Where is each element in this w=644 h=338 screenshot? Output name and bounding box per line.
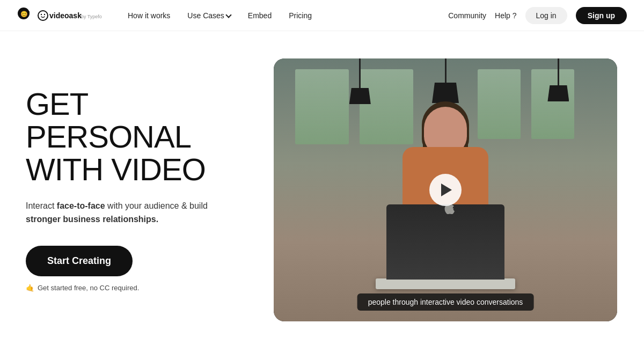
- ceiling-lamp-3: [547, 58, 569, 101]
- main-content: GETPERSONALWITH VIDEO Interact face-to-f…: [0, 31, 644, 338]
- play-icon: [441, 183, 452, 196]
- video-section: people through interactive video convers…: [268, 58, 623, 321]
- svg-text:😊: 😊: [20, 10, 28, 18]
- nav-pricing[interactable]: Pricing: [289, 11, 312, 20]
- hero-subtitle: Interact face-to-face with your audience…: [26, 199, 208, 226]
- hero-title: GETPERSONALWITH VIDEO: [26, 88, 247, 186]
- ceiling-lamp-2: [432, 58, 459, 103]
- logo[interactable]: 😊 videoask by Typeform: [17, 7, 102, 24]
- svg-point-3: [38, 11, 48, 20]
- svg-point-4: [41, 13, 42, 14]
- videoask-logo-svg: videoask by Typeform: [38, 9, 102, 22]
- hero-subtitle-bold1: face-to-face: [57, 201, 105, 210]
- signup-button[interactable]: Sign up: [576, 7, 627, 24]
- hero-section: GETPERSONALWITH VIDEO Interact face-to-f…: [21, 88, 247, 292]
- svg-text:by Typeform: by Typeform: [81, 14, 102, 19]
- logo-icon: 😊: [17, 7, 34, 24]
- nav-right: Community Help ? Log in Sign up: [448, 7, 627, 24]
- nav-links: How it works Use Cases Embed Pricing: [128, 11, 448, 20]
- video-subtitle: people through interactive video convers…: [357, 293, 534, 311]
- start-creating-button[interactable]: Start Creating: [26, 246, 133, 276]
- free-note: 🤙 Get started free, no CC required.: [26, 284, 247, 292]
- play-button[interactable]: [429, 174, 462, 206]
- nav-embed[interactable]: Embed: [248, 11, 272, 20]
- use-cases-chevron-icon: [225, 12, 231, 18]
- nav-how-it-works[interactable]: How it works: [128, 11, 170, 20]
- hand-icon: 🤙: [26, 284, 34, 292]
- svg-point-5: [44, 13, 45, 14]
- nav-use-cases[interactable]: Use Cases: [187, 11, 230, 20]
- navbar: 😊 videoask by Typeform How it works Use …: [0, 0, 644, 31]
- nav-help[interactable]: Help ?: [495, 11, 516, 20]
- office-window-1: [295, 69, 349, 144]
- nav-community[interactable]: Community: [448, 11, 486, 20]
- video-player[interactable]: people through interactive video convers…: [274, 58, 617, 321]
- svg-text:videoask: videoask: [49, 11, 82, 20]
- hero-subtitle-bold2: stronger business relationships.: [26, 215, 158, 224]
- ceiling-lamp-1: [349, 58, 371, 104]
- login-button[interactable]: Log in: [525, 7, 567, 24]
- laptop: [376, 278, 515, 289]
